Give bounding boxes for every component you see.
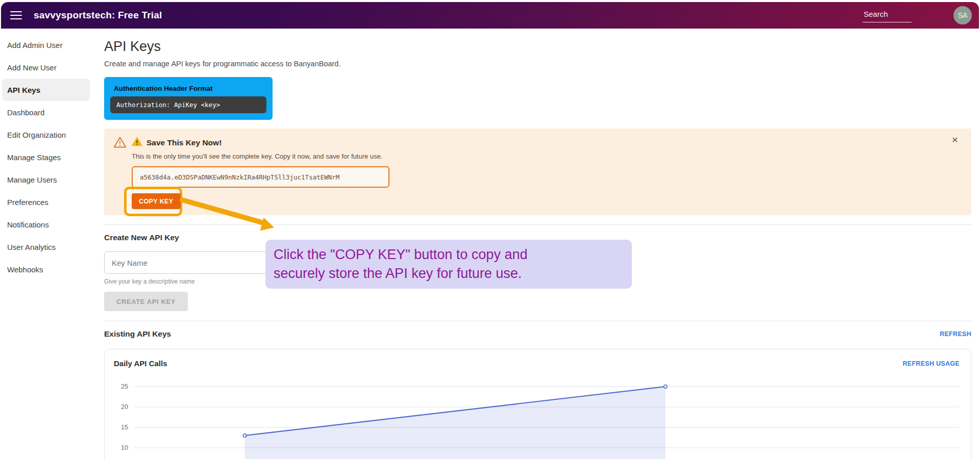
daily-api-calls-chart: 25201510 [105,374,971,459]
sidebar-item-manage-users[interactable]: Manage Users [2,168,90,191]
sidebar-item-add-admin-user[interactable]: Add Admin User [2,34,90,56]
divider [104,224,971,225]
sidebar-item-add-new-user[interactable]: Add New User [2,56,90,79]
api-key-value-input[interactable] [132,166,389,188]
svg-text:15: 15 [121,424,128,431]
save-key-alert: Save This Key Now! This is the only time… [104,129,971,215]
close-icon[interactable]: × [949,134,961,145]
warning-filled-icon [132,137,142,148]
daily-api-calls-card: Daily API Calls REFRESH USAGE 25201510 [104,349,971,459]
page-subtitle: Create and manage API keys for programma… [104,60,971,68]
alert-body: This is the only time you'll see the com… [132,152,382,160]
refresh-usage-link[interactable]: REFRESH USAGE [902,360,960,367]
sidebar-item-dashboard[interactable]: Dashboard [2,101,90,123]
topbar: savvysportstech: Free Trial SA [1,2,979,29]
create-api-key-button: CREATE API KEY [104,292,188,311]
tutorial-tooltip: Click the "COPY KEY" button to copy and … [265,240,632,289]
sidebar-item-manage-stages[interactable]: Manage Stages [2,146,90,168]
search-field [863,9,911,22]
sidebar-item-api-keys[interactable]: API Keys [2,79,90,101]
avatar[interactable]: SA [953,6,972,24]
alert-title: Save This Key Now! [146,138,222,147]
copy-key-button[interactable]: COPY KEY [132,193,181,209]
sidebar-item-edit-organization[interactable]: Edit Organization [2,123,90,146]
sidebar: Add Admin UserAdd New UserAPI KeysDashbo… [0,29,96,280]
sidebar-item-notifications[interactable]: Notifications [2,213,90,236]
sidebar-item-webhooks[interactable]: Webhooks [2,258,90,280]
divider [104,321,971,321]
svg-text:20: 20 [121,403,128,411]
search-input[interactable] [863,9,912,22]
existing-keys-title: Existing API Keys [104,329,171,339]
sidebar-item-user-analytics[interactable]: User Analytics [2,236,90,258]
key-name-input[interactable] [104,251,274,274]
hamburger-menu-icon[interactable] [10,11,22,20]
refresh-link[interactable]: REFRESH [940,330,971,338]
auth-header-format-panel: Authentication Header Format Authorizati… [104,77,273,120]
svg-text:10: 10 [121,444,128,451]
sidebar-item-preferences[interactable]: Preferences [2,191,90,213]
app-title: savvysportstech: Free Trial [34,10,162,21]
page-title: API Keys [104,39,971,55]
usage-chart-title: Daily API Calls [114,359,167,368]
app-window: savvysportstech: Free Trial SA Add Admin… [0,0,980,459]
warning-outline-icon [113,136,127,150]
auth-format-title: Authentication Header Format [114,85,266,92]
auth-format-code: Authorization: ApiKey <key> [110,96,266,113]
svg-text:25: 25 [121,383,128,390]
